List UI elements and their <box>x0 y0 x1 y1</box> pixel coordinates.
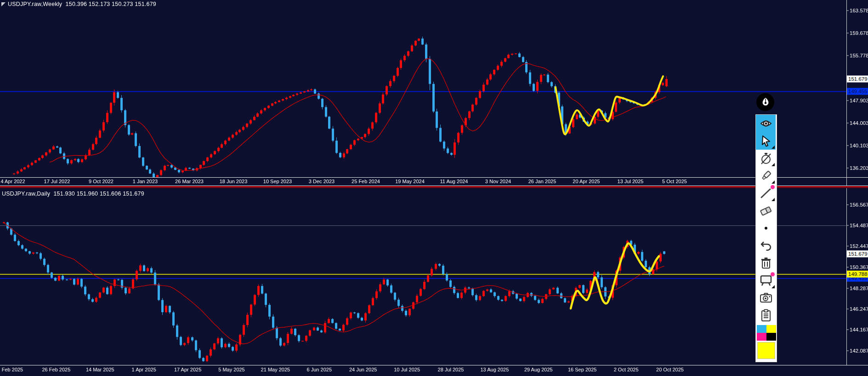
annotation-toolbar <box>755 114 777 362</box>
price-tick-label: 140.103 <box>850 143 868 148</box>
separator-shadow-line <box>0 188 868 188</box>
price-tick-mark <box>846 146 849 146</box>
date-label: 18 Jun 2023 <box>220 179 248 184</box>
dot-icon <box>765 227 767 230</box>
price-tick-mark <box>846 225 849 226</box>
date-label: 19 May 2024 <box>395 179 425 184</box>
price-tick-mark <box>846 56 849 56</box>
eraser-icon <box>759 204 773 217</box>
date-label: 28 Jul 2025 <box>438 367 464 372</box>
date-label: Feb 2025 <box>2 367 23 372</box>
weekly-chart-title: USDJPY.raw,Weekly 150.396 152.173 150.27… <box>8 1 156 7</box>
trading-workspace: { "colors":{ "background":"#0d0f2e","bul… <box>0 0 868 376</box>
date-label: 10 Jul 2025 <box>394 367 420 372</box>
price-tick-label: 136.203 <box>850 165 868 171</box>
date-label: 17 Jul 2022 <box>44 179 70 184</box>
price-tick-mark <box>846 267 849 268</box>
date-label: 11 Aug 2024 <box>440 179 468 184</box>
camera-tool-button[interactable] <box>756 289 776 307</box>
trash-tool-button[interactable] <box>756 254 776 272</box>
date-label: 1 Jan 2023 <box>133 179 158 184</box>
separator-red-line[interactable] <box>0 186 868 187</box>
price-tick-mark <box>846 123 849 123</box>
trash-icon <box>760 257 772 269</box>
date-label: 4 Apr 2022 <box>0 179 25 184</box>
color-swatch-grid <box>757 325 776 341</box>
date-label: 26 Feb 2025 <box>42 367 71 372</box>
date-label: 9 Oct 2022 <box>89 179 113 184</box>
marker-tool-button[interactable] <box>756 167 776 185</box>
color-swatch[interactable] <box>757 333 766 341</box>
color-swatch[interactable] <box>757 325 766 333</box>
daily-chart-title: USDJPY.raw,Daily 151.930 151.960 151.606… <box>2 191 144 197</box>
pen-icon <box>760 97 771 108</box>
pink-badge-dot <box>771 185 775 189</box>
price-tick-mark <box>846 33 849 34</box>
date-label: 21 May 2025 <box>261 367 290 372</box>
daily-chart-bottom-border <box>0 365 868 365</box>
date-label: 10 Sep 2023 <box>263 179 292 184</box>
pen-tool-button[interactable] <box>756 93 774 111</box>
price-tick-mark <box>846 330 849 330</box>
color-swatch[interactable] <box>766 325 776 333</box>
date-label: 29 Aug 2025 <box>524 367 553 372</box>
corner-expand-icon <box>772 146 775 149</box>
bid-price-tag: 151.679 <box>847 251 868 258</box>
date-label: 5 Oct 2025 <box>662 179 687 184</box>
price-tick-label: 156.567 <box>850 202 868 208</box>
timer-icon <box>760 152 772 165</box>
date-label: 26 Jan 2025 <box>528 179 556 184</box>
cursor-tool-button[interactable] <box>756 132 776 150</box>
board-icon <box>759 274 773 287</box>
price-tick-label: 142.087 <box>850 348 868 354</box>
price-tick-label: 148.287 <box>850 286 868 291</box>
date-label: 20 Apr 2025 <box>573 179 600 184</box>
date-label: 13 Jul 2025 <box>618 179 644 184</box>
color-swatch[interactable] <box>766 333 776 341</box>
price-tick-mark <box>846 101 849 101</box>
date-label: 6 Jun 2025 <box>307 367 332 372</box>
level-price-tag: 149.788 <box>847 271 868 278</box>
price-tick-label: 146.247 <box>850 306 868 312</box>
date-label: 14 Mar 2025 <box>86 367 114 372</box>
pink-badge-dot <box>771 272 775 276</box>
corner-expand-icon <box>772 285 775 288</box>
eraser-tool-button[interactable] <box>756 202 776 219</box>
date-label: 5 May 2025 <box>218 367 244 372</box>
date-label: 24 Jun 2025 <box>349 367 377 372</box>
date-label: 1 Apr 2025 <box>132 367 156 372</box>
marker-icon <box>760 169 772 182</box>
price-tick-label: 163.578 <box>850 8 868 13</box>
price-tick-label: 155.778 <box>850 53 868 58</box>
corner-expand-icon <box>772 180 775 184</box>
price-tick-mark <box>846 205 849 205</box>
date-label: 16 Sep 2025 <box>568 367 596 372</box>
line-tool-button[interactable] <box>756 185 776 202</box>
price-tick-mark <box>846 11 849 11</box>
timer-tool-button[interactable] <box>756 150 776 167</box>
date-label: 2 Oct 2025 <box>614 367 639 372</box>
eye-tool-button[interactable] <box>756 115 776 132</box>
window-menu-arrow-icon[interactable] <box>1 2 6 6</box>
camera-icon <box>760 292 772 303</box>
date-label: 3 Dec 2023 <box>309 179 335 184</box>
price-tick-label: 150.367 <box>850 264 868 270</box>
price-tick-label: 152.447 <box>850 243 868 249</box>
current-color-swatch[interactable] <box>757 342 775 359</box>
date-label: 13 Aug 2025 <box>480 367 509 372</box>
line-icon <box>760 187 772 200</box>
eye-icon <box>760 117 772 130</box>
undo-tool-button[interactable] <box>756 237 776 254</box>
weekly-chart-bottom-border <box>0 177 868 178</box>
price-tick-mark <box>846 288 849 289</box>
price-tick-mark <box>846 246 849 247</box>
price-tick-label: 144.167 <box>850 327 868 332</box>
board-tool-button[interactable] <box>756 272 776 289</box>
level-price-tag: 149.455 <box>847 88 868 95</box>
clipboard-icon <box>760 309 772 322</box>
corner-expand-icon <box>772 163 775 166</box>
date-label: 20 Oct 2025 <box>656 367 684 372</box>
dot-tool-button[interactable] <box>756 219 776 237</box>
clipboard-tool-button[interactable] <box>756 307 776 324</box>
price-tick-label: 159.678 <box>850 30 868 36</box>
